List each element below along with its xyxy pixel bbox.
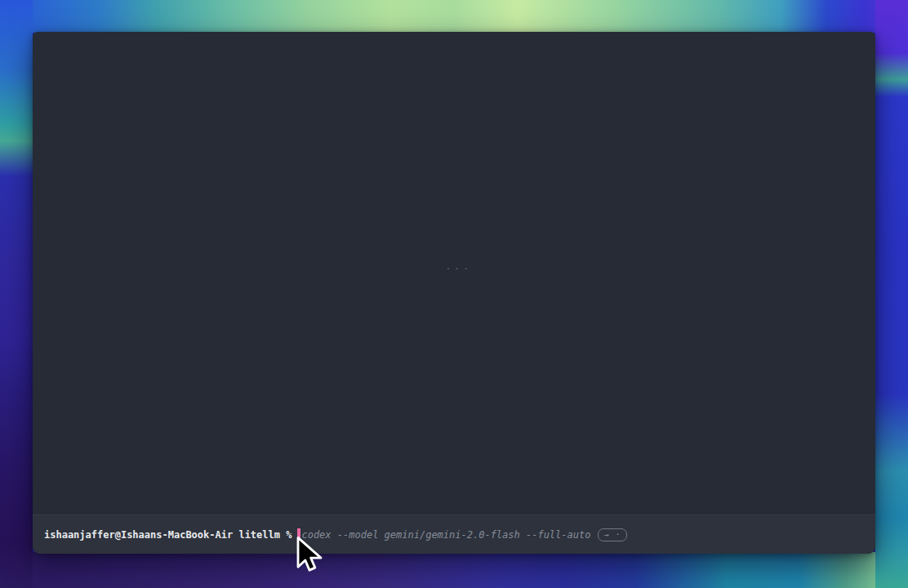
tab-accept-hint-badge: → · — [598, 528, 626, 541]
command-autosuggestion[interactable]: codex --model gemini/gemini-2.0-flash --… — [301, 528, 590, 541]
desktop-wallpaper-left — [0, 0, 33, 588]
text-cursor — [297, 528, 300, 541]
desktop-wallpaper-right — [875, 0, 908, 588]
terminal-window[interactable]: ··· ishaanjaffer@Ishaans-MacBook-Air lit… — [33, 32, 875, 554]
loading-indicator: ··· — [445, 262, 471, 274]
desktop: ··· ishaanjaffer@Ishaans-MacBook-Air lit… — [0, 0, 908, 588]
terminal-prompt-line[interactable]: ishaanjaffer@Ishaans-MacBook-Air litellm… — [33, 514, 875, 554]
desktop-wallpaper-top — [0, 0, 908, 33]
terminal-output-area[interactable]: ··· — [33, 32, 875, 514]
desktop-wallpaper-bottom — [0, 552, 908, 588]
shell-prompt: ishaanjaffer@Ishaans-MacBook-Air litellm… — [44, 528, 292, 541]
